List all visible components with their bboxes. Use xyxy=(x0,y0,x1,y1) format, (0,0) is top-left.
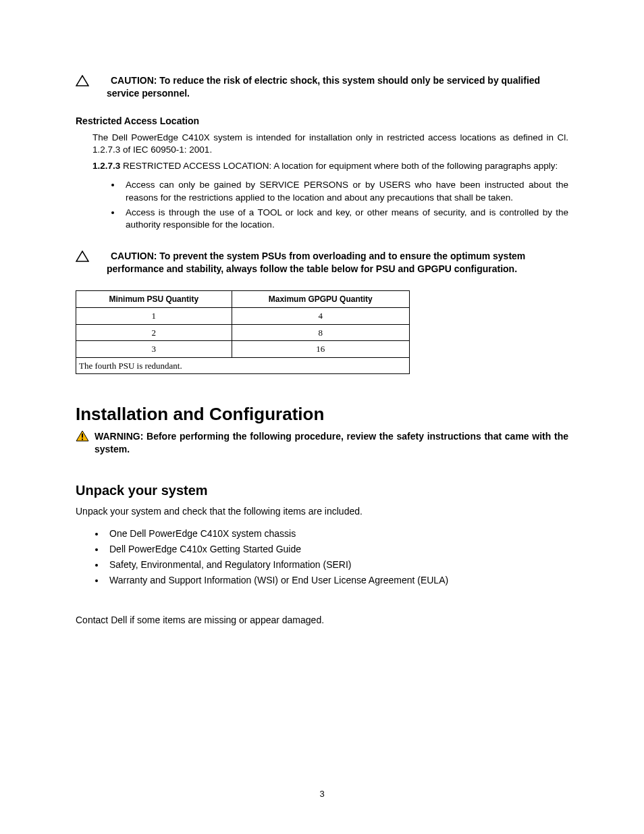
section-heading-installation: Installation and Configuration xyxy=(76,402,568,426)
table-row: 1 4 xyxy=(76,308,410,325)
caution-outline-icon xyxy=(76,251,89,265)
caution-text-wrap: CAUTION: To prevent the system PSUs from… xyxy=(95,250,568,276)
svg-marker-0 xyxy=(76,76,88,86)
restricted-section: Restricted Access Location The Dell Powe… xyxy=(76,115,568,231)
warning-block: WARNING: Before performing the following… xyxy=(76,430,568,456)
svg-marker-1 xyxy=(76,251,88,261)
section-heading-unpack: Unpack your system xyxy=(76,481,568,500)
warning-icon xyxy=(76,430,89,445)
table-note-row: The fourth PSU is redundant. xyxy=(76,357,410,374)
caution-outline-icon xyxy=(76,75,89,90)
restricted-para-2: 1.2.7.3 RESTRICTED ACCESS LOCATION: A lo… xyxy=(92,160,568,172)
table-header-row: Minimum PSU Quantity Maximum GPGPU Quant… xyxy=(76,290,410,307)
table-header: Maximum GPGPU Quantity xyxy=(232,290,409,307)
svg-rect-4 xyxy=(82,439,83,440)
warning-text: WARNING: Before performing the following… xyxy=(95,430,568,456)
contact-text: Contact Dell if some items are missing o… xyxy=(76,614,568,627)
unpack-items: One Dell PowerEdge C410X system chassis … xyxy=(76,527,568,587)
restricted-para-1: The Dell PowerEdge C410X system is inten… xyxy=(92,132,568,156)
caution-text: CAUTION: To prevent the system PSUs from… xyxy=(107,251,525,274)
restricted-heading: Restricted Access Location xyxy=(76,115,568,128)
caution-block-2: CAUTION: To prevent the system PSUs from… xyxy=(76,250,568,276)
table-header: Minimum PSU Quantity xyxy=(76,290,232,307)
unpack-intro: Unpack your system and check that the fo… xyxy=(76,505,568,518)
list-item: Access can only be gained by SERVICE PER… xyxy=(122,179,568,203)
restricted-bullets: Access can only be gained by SERVICE PER… xyxy=(76,179,568,231)
caution-text: CAUTION: To reduce the risk of electric … xyxy=(107,75,540,99)
caution-block-1: CAUTION: To reduce the risk of electric … xyxy=(76,74,568,100)
svg-rect-3 xyxy=(82,434,83,438)
restricted-body: The Dell PowerEdge C410X system is inten… xyxy=(76,132,568,173)
page-number: 3 xyxy=(0,788,644,800)
list-item: Dell PowerEdge C410x Getting Started Gui… xyxy=(105,543,568,556)
table-row: 2 8 xyxy=(76,324,410,341)
list-item: Warranty and Support Information (WSI) o… xyxy=(105,574,568,587)
list-item: One Dell PowerEdge C410X system chassis xyxy=(105,527,568,540)
list-item: Access is through the use of a TOOL or l… xyxy=(122,207,568,231)
caution-text-wrap: CAUTION: To reduce the risk of electric … xyxy=(95,74,568,100)
list-item: Safety, Environmental, and Regulatory In… xyxy=(105,558,568,571)
psu-table: Minimum PSU Quantity Maximum GPGPU Quant… xyxy=(76,290,410,374)
table-row: 3 16 xyxy=(76,341,410,358)
